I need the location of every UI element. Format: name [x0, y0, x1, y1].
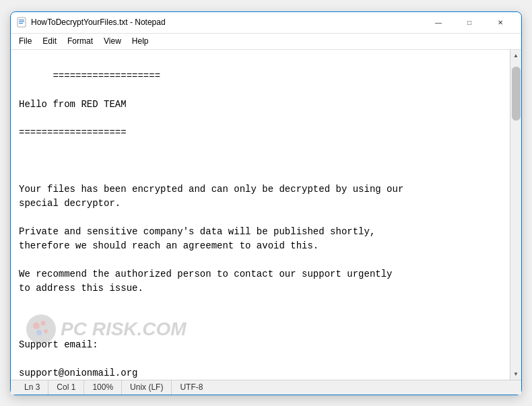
window-title: HowToDecryptYourFiles.txt - Notepad	[31, 18, 166, 27]
status-encoding: UTF-8	[172, 380, 211, 395]
text-editor[interactable]: =================== Hello from RED TEAM …	[11, 50, 510, 380]
app-icon	[16, 17, 27, 28]
titlebar-left: HowToDecryptYourFiles.txt - Notepad	[16, 17, 166, 28]
text-content: =================== Hello from RED TEAM …	[19, 71, 403, 378]
status-line: Ln 3	[16, 380, 48, 395]
statusbar: Ln 3 Col 1 100% Unix (LF) UTF-8	[11, 380, 521, 395]
svg-rect-2	[19, 22, 24, 22]
window-controls: — □ ✕	[423, 11, 516, 33]
status-line-ending: Unix (LF)	[122, 380, 172, 395]
status-col: Col 1	[48, 380, 84, 395]
menu-format[interactable]: Format	[62, 35, 98, 47]
maximize-button[interactable]: □	[454, 11, 485, 33]
svg-rect-3	[19, 23, 23, 24]
editor-wrapper: =================== Hello from RED TEAM …	[11, 50, 521, 380]
menu-help[interactable]: Help	[127, 35, 154, 47]
menu-edit[interactable]: Edit	[37, 35, 62, 47]
scrollbar[interactable]: ▲ ▼	[510, 50, 521, 380]
menubar: File Edit Format View Help	[11, 34, 521, 50]
svg-rect-1	[19, 20, 24, 20]
titlebar: HowToDecryptYourFiles.txt - Notepad — □ …	[11, 12, 521, 34]
menu-file[interactable]: File	[13, 35, 37, 47]
scrollbar-track[interactable]	[510, 61, 521, 368]
close-button[interactable]: ✕	[485, 11, 516, 33]
minimize-button[interactable]: —	[423, 11, 454, 33]
scrollbar-thumb[interactable]	[512, 67, 521, 121]
scroll-down-button[interactable]: ▼	[510, 368, 522, 380]
scroll-up-button[interactable]: ▲	[510, 50, 522, 61]
notepad-window: HowToDecryptYourFiles.txt - Notepad — □ …	[10, 11, 522, 395]
status-zoom: 100%	[84, 380, 122, 395]
menu-view[interactable]: View	[98, 35, 127, 47]
svg-rect-0	[18, 18, 26, 27]
